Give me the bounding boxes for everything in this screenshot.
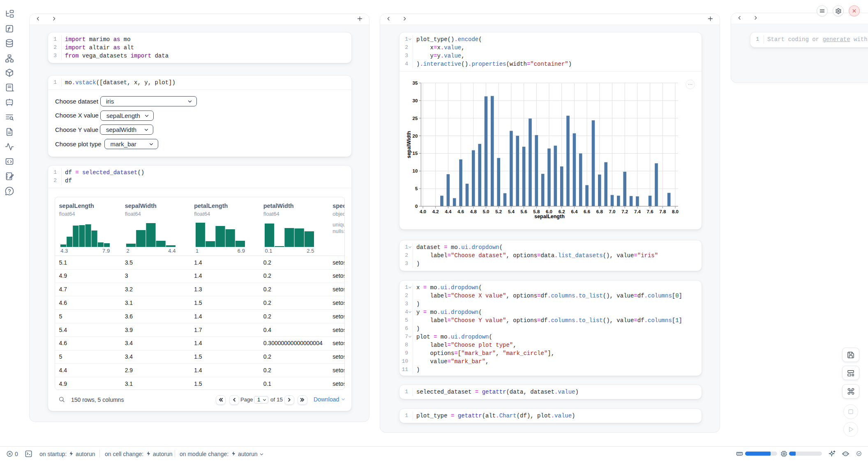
svg-text:15: 15 [413,151,418,156]
svg-text:4.2: 4.2 [432,209,439,214]
svg-text:25: 25 [413,116,418,121]
svg-text:sepalWidth: sepalWidth [406,131,412,159]
svg-text:6.8: 6.8 [596,209,603,214]
svg-text:10: 10 [413,168,418,173]
svg-text:4.0: 4.0 [420,209,426,214]
svg-text:7.4: 7.4 [634,209,641,214]
svg-text:4.4: 4.4 [445,209,452,214]
svg-text:7.2: 7.2 [621,209,628,214]
svg-text:35: 35 [413,81,418,85]
svg-text:6.4: 6.4 [571,209,578,214]
svg-text:5.6: 5.6 [521,209,527,214]
svg-text:0: 0 [415,204,418,209]
svg-text:20: 20 [413,134,418,138]
svg-text:5.0: 5.0 [483,209,489,214]
svg-text:7.8: 7.8 [659,209,666,214]
svg-text:7.0: 7.0 [609,209,616,214]
svg-text:5.2: 5.2 [495,209,502,214]
svg-text:5.4: 5.4 [508,209,515,214]
svg-text:sepalLength: sepalLength [534,214,565,219]
svg-text:4.6: 4.6 [457,209,464,214]
svg-text:4.8: 4.8 [470,209,477,214]
svg-text:5: 5 [415,186,418,191]
svg-text:7.6: 7.6 [647,209,653,214]
svg-text:8.0: 8.0 [672,209,679,214]
svg-text:6.6: 6.6 [584,209,590,214]
svg-text:30: 30 [413,98,418,103]
